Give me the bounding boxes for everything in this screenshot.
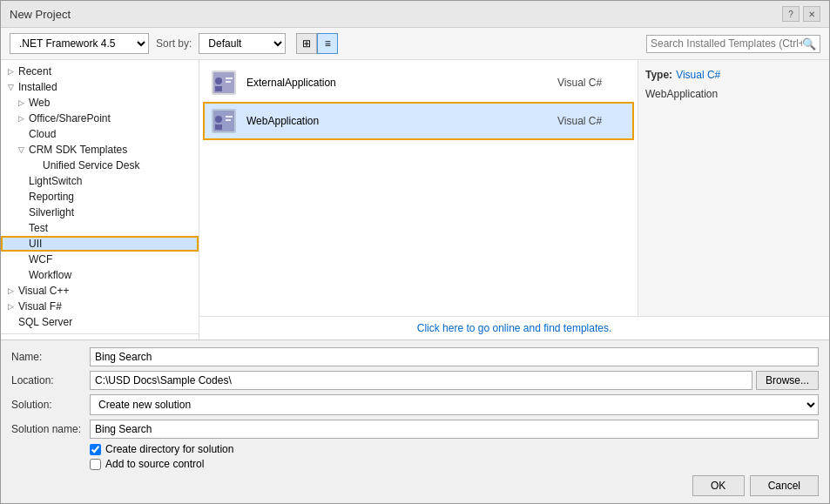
left-panel: ▷ Recent ▽ Installed ▷ Web ▷ Office/Shar… xyxy=(1,60,199,339)
tree-label-office: Office/SharePoint xyxy=(29,112,111,124)
external-app-icon xyxy=(210,69,238,97)
tree-label-reporting: Reporting xyxy=(29,191,74,203)
tree-item-visualcpp[interactable]: ▷ Visual C++ xyxy=(1,283,199,299)
location-label: Location: xyxy=(11,374,90,386)
tree-arrow-web: ▷ xyxy=(15,98,27,107)
solution-label: Solution: xyxy=(11,399,90,411)
webapp-type: Visual C# xyxy=(557,115,627,127)
dialog-title: New Project xyxy=(10,8,71,21)
svg-rect-10 xyxy=(226,116,233,118)
online-link-bar: Click here to go online and find templat… xyxy=(199,316,829,339)
sort-select[interactable]: Default xyxy=(199,33,286,54)
framework-select[interactable]: .NET Framework 4.5 xyxy=(10,33,149,54)
create-dir-row: Create directory for solution xyxy=(90,443,819,455)
close-button[interactable]: ✕ xyxy=(803,6,820,22)
solution-name-input[interactable] xyxy=(90,420,819,439)
source-control-row: Add to source control xyxy=(90,458,819,470)
tree-arrow-recent: ▷ xyxy=(4,67,17,76)
type-label: Type: xyxy=(645,69,672,81)
location-input[interactable] xyxy=(90,371,752,390)
content-area: .NET Framework 4.5 Sort by: Default ⊞ ≡ … xyxy=(1,28,829,503)
middle-section: ▷ Recent ▽ Installed ▷ Web ▷ Office/Shar… xyxy=(1,60,829,339)
tree-item-workflow[interactable]: Workflow xyxy=(1,267,199,283)
bottom-form: Name: Location: Browse... Solution: Crea… xyxy=(1,339,829,503)
template-item-external[interactable]: ExternalApplication Visual C# xyxy=(203,64,634,102)
type-value: Visual C# xyxy=(676,69,720,81)
svg-point-2 xyxy=(215,77,222,84)
title-bar: New Project ? ✕ xyxy=(1,1,829,28)
location-row: Location: Browse... xyxy=(11,371,819,390)
create-dir-label: Create directory for solution xyxy=(105,443,233,455)
tree-arrow-crm: ▽ xyxy=(15,145,27,154)
tree-arrow-installed: ▽ xyxy=(4,83,17,91)
webapp-name: WebApplication xyxy=(246,115,549,127)
tree-item-cloud[interactable]: Cloud xyxy=(1,126,199,142)
tree-item-web[interactable]: ▷ Web xyxy=(1,95,199,111)
new-project-dialog: New Project ? ✕ .NET Framework 4.5 Sort … xyxy=(0,0,830,504)
online-link[interactable]: Click here to go online and find templat… xyxy=(417,322,611,334)
source-control-checkbox[interactable] xyxy=(90,459,101,470)
view-tiles-button[interactable]: ⊞ xyxy=(296,33,317,54)
bottom-buttons: OK Cancel xyxy=(11,475,819,496)
browse-button[interactable]: Browse... xyxy=(756,371,819,390)
cancel-button[interactable]: Cancel xyxy=(750,475,819,496)
tree-item-office[interactable]: ▷ Office/SharePoint xyxy=(1,111,199,126)
info-panel: Type: Visual C# WebApplication xyxy=(638,60,829,316)
tree-item-uii[interactable]: UII xyxy=(1,236,199,252)
tree-label-wcf: WCF xyxy=(29,253,52,265)
tree-item-installed[interactable]: ▽ Installed xyxy=(1,79,199,95)
tree-item-crm[interactable]: ▽ CRM SDK Templates xyxy=(1,142,199,158)
tree-label-test: Test xyxy=(29,222,48,234)
view-buttons: ⊞ ≡ xyxy=(296,33,338,54)
tree-label-lightswitch: LightSwitch xyxy=(29,175,82,187)
tree-item-usd[interactable]: Unified Service Desk xyxy=(1,158,199,173)
template-item-webapp[interactable]: WebApplication Visual C# xyxy=(203,102,634,140)
tree-item-recent[interactable]: ▷ Recent xyxy=(1,64,199,79)
webapp-icon xyxy=(210,107,238,135)
tree-label-workflow: Workflow xyxy=(29,269,71,281)
svg-rect-5 xyxy=(226,81,231,83)
help-button[interactable]: ? xyxy=(782,6,800,22)
tree-label-installed: Installed xyxy=(18,81,57,93)
search-box: 🔍 xyxy=(646,35,820,53)
search-input[interactable] xyxy=(651,37,802,50)
svg-rect-9 xyxy=(215,124,222,130)
name-row: Name: xyxy=(11,347,819,366)
search-icon[interactable]: 🔍 xyxy=(802,37,816,50)
view-list-button[interactable]: ≡ xyxy=(317,33,338,54)
tree-label-visualfsharp: Visual F# xyxy=(18,300,62,312)
source-control-label: Add to source control xyxy=(105,458,204,470)
solution-row: Solution: Create new solution xyxy=(11,394,819,415)
create-dir-checkbox[interactable] xyxy=(90,444,101,455)
svg-rect-11 xyxy=(226,119,231,121)
tree-item-sqlserver[interactable]: SQL Server xyxy=(1,314,199,330)
svg-rect-4 xyxy=(226,77,233,79)
template-list: ExternalApplication Visual C# xyxy=(199,60,638,316)
name-label: Name: xyxy=(11,351,90,363)
tree-item-lightswitch[interactable]: LightSwitch xyxy=(1,173,199,189)
info-description: WebApplication xyxy=(645,88,822,100)
solution-name-label: Solution name: xyxy=(11,423,90,435)
svg-rect-3 xyxy=(215,86,222,91)
top-toolbar: .NET Framework 4.5 Sort by: Default ⊞ ≡ … xyxy=(1,28,829,60)
right-panel: ExternalApplication Visual C# xyxy=(199,60,829,339)
external-app-type: Visual C# xyxy=(557,77,627,89)
tree-item-test[interactable]: Test xyxy=(1,220,199,236)
tree-label-web: Web xyxy=(29,97,50,109)
solution-select[interactable]: Create new solution xyxy=(90,394,819,415)
tree-item-silverlight[interactable]: Silverlight xyxy=(1,205,199,220)
tree-label-crm: CRM SDK Templates xyxy=(29,144,127,156)
name-input[interactable] xyxy=(90,347,819,366)
tree-label-silverlight: Silverlight xyxy=(29,206,74,218)
external-app-name: ExternalApplication xyxy=(246,77,549,89)
tree-item-reporting[interactable]: Reporting xyxy=(1,189,199,205)
tree-item-visualfsharp[interactable]: ▷ Visual F# xyxy=(1,299,199,314)
svg-point-8 xyxy=(215,116,222,123)
ok-button[interactable]: OK xyxy=(692,475,745,496)
tree-label-recent: Recent xyxy=(18,65,51,77)
solution-name-row: Solution name: xyxy=(11,420,819,439)
tree-label-uii: UII xyxy=(29,238,42,250)
tree-item-wcf[interactable]: WCF xyxy=(1,252,199,267)
tree-label-usd: Unified Service Desk xyxy=(43,159,139,171)
tree-label-cloud: Cloud xyxy=(29,128,56,140)
